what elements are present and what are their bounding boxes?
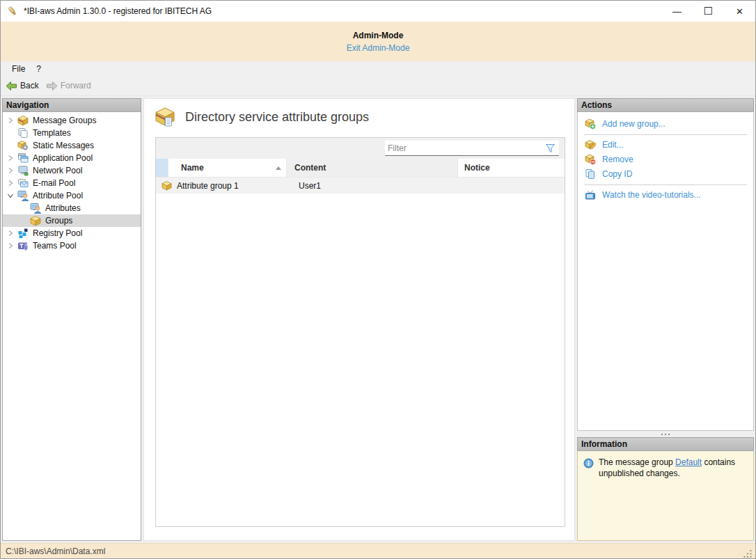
registry-pool-icon: [17, 228, 29, 239]
application-pool-icon: [17, 152, 29, 164]
window-title: *IBI-aws Admin 1.30.0 - registered for I…: [24, 6, 212, 16]
title-bar: *IBI-aws Admin 1.30.0 - registered for I…: [1, 1, 755, 22]
information-message: The message group Default contains unpub…: [599, 457, 748, 534]
table-row[interactable]: Attribute group 1 User1: [156, 178, 565, 194]
chevron-right-icon[interactable]: [5, 240, 16, 251]
tree-label: E-mail Pool: [33, 178, 75, 188]
add-group-icon: [585, 118, 596, 129]
filter-funnel-icon[interactable]: [545, 143, 556, 153]
action-label: Remove: [602, 155, 633, 164]
remove-icon: [585, 154, 596, 165]
menu-file[interactable]: File: [7, 63, 31, 75]
tree-item-application-pool[interactable]: Application Pool: [3, 152, 141, 164]
watch-video-tutorials-action[interactable]: Watch the video-tutorials...: [578, 188, 753, 203]
chevron-right-icon[interactable]: [5, 165, 16, 176]
default-group-link[interactable]: Default: [675, 457, 702, 467]
app-logo-icon: [6, 5, 19, 17]
tree-label: Groups: [45, 216, 72, 226]
admin-mode-label: Admin-Mode: [353, 31, 404, 40]
menu-bar: File ?: [1, 61, 755, 76]
splitter-grip-icon: [661, 434, 670, 435]
message-groups-icon: [17, 115, 29, 126]
actions-separator: [584, 134, 747, 135]
tv-icon: [585, 189, 596, 200]
tree-label: Templates: [33, 128, 71, 138]
tree-label: Message Groups: [33, 116, 96, 125]
tree-item-groups[interactable]: Groups: [3, 214, 141, 227]
page-title: Directory service attribute groups: [185, 110, 369, 125]
actions-panel: Add new group... Edit...: [577, 112, 754, 431]
network-pool-icon: [17, 165, 29, 176]
sort-ascending-icon: [276, 166, 281, 170]
tree-item-templates[interactable]: Templates: [3, 127, 141, 139]
tree-item-registry-pool[interactable]: Registry Pool: [3, 227, 141, 239]
column-header-notice[interactable]: Notice: [458, 159, 565, 177]
forward-button[interactable]: Forward: [46, 81, 91, 91]
tree-label: Static Messages: [33, 141, 94, 150]
tree-item-message-groups[interactable]: Message Groups: [3, 114, 141, 127]
back-arrow-icon: [6, 81, 17, 91]
chevron-right-icon[interactable]: [5, 178, 16, 189]
teams-pool-icon: [17, 240, 29, 251]
navigation-panel: Navigation Message Groups: [2, 98, 141, 541]
panel-splitter[interactable]: [577, 431, 754, 437]
close-button[interactable]: ✕: [724, 1, 755, 22]
tree-label: Application Pool: [33, 153, 93, 163]
chevron-right-icon[interactable]: [5, 152, 16, 164]
minimize-button[interactable]: —: [661, 1, 693, 22]
chevron-down-icon[interactable]: [5, 190, 16, 201]
groups-icon: [30, 215, 41, 226]
selection-column-header[interactable]: [156, 159, 168, 177]
table-empty-area: [156, 194, 565, 526]
content-area: Navigation Message Groups: [1, 96, 755, 543]
navigation-header: Navigation: [2, 98, 141, 112]
information-panel: The message group Default contains unpub…: [577, 451, 754, 541]
exit-admin-mode-link[interactable]: Exit Admin-Mode: [347, 43, 410, 53]
copy-id-action[interactable]: Copy ID: [578, 167, 753, 182]
admin-mode-banner: Admin-Mode Exit Admin-Mode: [1, 22, 755, 61]
action-label: Edit...: [602, 140, 624, 150]
column-header-name[interactable]: Name: [168, 159, 287, 177]
page-heading: Directory service attribute groups: [155, 107, 369, 127]
status-bar: C:\IBI-aws\Admin\Data.xml: [1, 543, 755, 558]
chevron-right-icon[interactable]: [5, 228, 16, 239]
edit-action[interactable]: Edit...: [578, 138, 753, 152]
back-label: Back: [20, 81, 39, 90]
info-text: The message group: [599, 457, 675, 467]
back-button[interactable]: Back: [6, 81, 39, 91]
copy-icon: [585, 168, 596, 180]
group-row-icon: [162, 180, 172, 191]
tree-item-attributes[interactable]: Attributes: [3, 202, 141, 214]
cell-content: User1: [291, 181, 462, 191]
filter-input[interactable]: [388, 143, 545, 153]
table-card: Name Content Notice: [155, 137, 565, 527]
templates-icon: [17, 127, 29, 139]
maximize-button[interactable]: ☐: [693, 1, 724, 22]
menu-help[interactable]: ?: [31, 63, 47, 75]
chevron-right-icon[interactable]: [5, 115, 16, 126]
main-panel: Directory service attribute groups Name: [143, 98, 575, 541]
resize-grip-icon[interactable]: [743, 549, 753, 558]
data-file-path: C:\IBI-aws\Admin\Data.xml: [6, 546, 105, 556]
tree-label: Teams Pool: [33, 241, 77, 251]
attribute-groups-icon: [155, 107, 176, 127]
information-header: Information: [577, 437, 754, 451]
tree-label: Attribute Pool: [33, 191, 83, 200]
forward-label: Forward: [61, 81, 91, 90]
tree-item-attribute-pool[interactable]: Attribute Pool: [3, 189, 141, 202]
right-panel: Actions Add new group...: [577, 98, 754, 541]
tree-item-teams-pool[interactable]: Teams Pool: [3, 239, 141, 252]
tree-item-network-pool[interactable]: Network Pool: [3, 164, 141, 177]
attribute-pool-icon: [17, 190, 29, 201]
column-header-content[interactable]: Content: [287, 159, 458, 177]
edit-icon: [585, 139, 596, 150]
tree-item-email-pool[interactable]: E-mail Pool: [3, 177, 141, 189]
add-new-group-action[interactable]: Add new group...: [578, 117, 753, 132]
filter-field: [385, 141, 559, 156]
action-label: Copy ID: [602, 169, 632, 179]
tree-item-static-messages[interactable]: Static Messages: [3, 139, 141, 152]
remove-action[interactable]: Remove: [578, 152, 753, 167]
toolbar: Back Forward: [1, 76, 755, 96]
email-pool-icon: [17, 178, 29, 189]
attributes-icon: [30, 203, 41, 214]
